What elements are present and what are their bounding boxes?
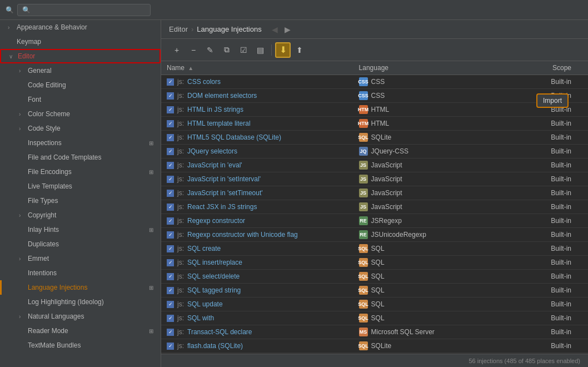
- sidebar-item-file-and-code-templates[interactable]: File and Code Templates: [0, 150, 161, 165]
- table-row[interactable]: js: SQL insert/replace SQL SQL Built-in: [161, 256, 588, 270]
- sidebar-item-natural-languages[interactable]: ›Natural Languages: [0, 309, 161, 324]
- sidebar-item-live-templates[interactable]: Live Templates: [0, 179, 161, 194]
- export-button[interactable]: ⬆: [292, 42, 307, 58]
- table-row[interactable]: js: SQL update SQL SQL Built-in: [161, 297, 588, 311]
- table-row[interactable]: js: HTML template literal HTM HTML Built…: [161, 117, 588, 131]
- table-row[interactable]: js: DOM element selectors CSS CSS Built-…: [161, 89, 588, 103]
- sidebar-label: Font: [28, 96, 155, 103]
- group-button[interactable]: ▤: [252, 42, 268, 58]
- breadcrumb-current: Language Injections: [197, 25, 261, 33]
- lang-icon: SQL: [359, 258, 368, 267]
- sidebar-item-emmet[interactable]: ›Emmet: [0, 251, 161, 266]
- edit-button[interactable]: ✎: [202, 42, 218, 58]
- import-button[interactable]: ⬇: [275, 42, 291, 58]
- copy-button[interactable]: ⧉: [219, 42, 235, 58]
- sidebar-item-textmate-bundles[interactable]: TextMate Bundles: [0, 338, 161, 353]
- cell-language: SQL SQL: [353, 311, 481, 325]
- lang-text: HTML: [371, 120, 390, 127]
- sidebar-label: File Types: [28, 197, 155, 205]
- sidebar-item-editor[interactable]: ∨Editor: [0, 49, 161, 63]
- arrow-icon: ›: [19, 314, 24, 320]
- sidebar-item-inspections[interactable]: Inspections⊞: [0, 136, 161, 150]
- name-prefix: js:: [177, 245, 184, 252]
- row-checkbox[interactable]: [167, 259, 174, 266]
- row-checkbox[interactable]: [167, 176, 174, 183]
- row-checkbox[interactable]: [167, 190, 174, 197]
- table-row[interactable]: js: CSS colors CSS CSS Built-in: [161, 75, 588, 89]
- sidebar-item-inlay-hints[interactable]: Inlay Hints⊞: [0, 222, 161, 237]
- table-row[interactable]: js: Transact-SQL declare MS Microsoft SQ…: [161, 325, 588, 339]
- sidebar-item-copyright[interactable]: ›Copyright: [0, 208, 161, 222]
- row-checkbox[interactable]: [167, 343, 174, 350]
- nav-back-button[interactable]: ◀: [270, 25, 280, 34]
- row-checkbox[interactable]: [167, 148, 174, 155]
- row-checkbox[interactable]: [167, 106, 174, 113]
- cell-name: python: "SQL select/delete/insert/update…: [161, 353, 353, 354]
- sidebar-item-code-editing[interactable]: Code Editing: [0, 78, 161, 92]
- sidebar-item-keymap[interactable]: Keymap: [0, 34, 161, 49]
- table-row[interactable]: js: JavaScript in 'eval' JS JavaScript B…: [161, 158, 588, 172]
- cell-name: js: SQL create: [161, 242, 353, 256]
- table-container: Name ▲ Language Scope js: CSS colors CSS…: [161, 61, 588, 354]
- sidebar-item-general[interactable]: ›General: [0, 63, 161, 78]
- row-checkbox[interactable]: [167, 217, 174, 225]
- row-checkbox[interactable]: [167, 134, 174, 141]
- table-row[interactable]: js: JavaScript in 'setInterval' JS JavaS…: [161, 172, 588, 186]
- name-text: DOM element selectors: [187, 92, 257, 100]
- row-checkbox[interactable]: [167, 245, 174, 252]
- cell-scope: Built-in: [481, 200, 588, 214]
- table-row[interactable]: js: React JSX in JS strings JS JavaScrip…: [161, 200, 588, 214]
- table-row[interactable]: js: SQL tagged string SQL SQL Built-in: [161, 284, 588, 297]
- arrow-icon: ›: [19, 111, 24, 117]
- table-row[interactable]: js: flash.data (SQLite) SQL SQLite Built…: [161, 339, 588, 353]
- sidebar-item-reader-mode[interactable]: Reader Mode⊞: [0, 324, 161, 338]
- sidebar-item-appearance---behavior[interactable]: ›Appearance & Behavior: [0, 20, 161, 34]
- table-row[interactable]: js: SQL with SQL SQL Built-in: [161, 311, 588, 325]
- remove-button[interactable]: −: [186, 42, 201, 58]
- row-checkbox[interactable]: [167, 287, 174, 294]
- sidebar-item-file-types[interactable]: File Types: [0, 194, 161, 208]
- table-row[interactable]: js: SQL create SQL SQL Built-in: [161, 242, 588, 256]
- cell-language: SQL SQL: [353, 284, 481, 297]
- nav-forward-button[interactable]: ▶: [282, 25, 293, 34]
- lang-text: SQL: [371, 259, 385, 266]
- row-checkbox[interactable]: [167, 273, 174, 280]
- enable-button[interactable]: ☑: [236, 42, 251, 58]
- search-input[interactable]: [17, 4, 151, 16]
- breadcrumb-parent[interactable]: Editor: [169, 25, 188, 33]
- lang-icon: SQL: [359, 341, 368, 350]
- table-row[interactable]: js: Regexp constructor RE JSRegexp Built…: [161, 214, 588, 228]
- row-checkbox[interactable]: [167, 120, 174, 127]
- row-checkbox[interactable]: [167, 162, 174, 169]
- sidebar-item-font[interactable]: Font: [0, 92, 161, 107]
- add-button[interactable]: +: [169, 42, 185, 58]
- cell-scope: Built-in: [481, 297, 588, 311]
- sidebar-item-intentions[interactable]: Intentions: [0, 266, 161, 280]
- sidebar-item-file-encodings[interactable]: File Encodings⊞: [0, 165, 161, 179]
- row-checkbox[interactable]: [167, 204, 174, 211]
- table-row[interactable]: js: HTML in JS strings HTM HTML Built-in: [161, 103, 588, 117]
- row-checkbox[interactable]: [167, 92, 174, 100]
- name-text: SQL select/delete: [187, 272, 240, 280]
- sidebar-item-color-scheme[interactable]: ›Color Scheme: [0, 107, 161, 121]
- sidebar-item-code-style[interactable]: ›Code Style: [0, 121, 161, 136]
- table-row[interactable]: js: SQL select/delete SQL SQL Built-in: [161, 270, 588, 284]
- table-row[interactable]: js: Regexp constructor with Unicode flag…: [161, 228, 588, 242]
- sidebar-item-language-injections[interactable]: Language Injections⊞: [0, 280, 161, 295]
- row-checkbox[interactable]: [167, 301, 174, 308]
- lang-text: SQL: [371, 245, 385, 252]
- table-row[interactable]: js: JavaScript in 'setTimeout' JS JavaSc…: [161, 186, 588, 200]
- lang-icon: CSS: [359, 91, 368, 100]
- sidebar-label: Log Highlighting (Ideolog): [28, 298, 155, 306]
- cell-language: MS Microsoft SQL Server: [353, 325, 481, 339]
- row-checkbox[interactable]: [167, 315, 174, 322]
- sidebar-item-log-highlighting--ideolog-[interactable]: Log Highlighting (Ideolog): [0, 295, 161, 309]
- arrow-icon: ›: [19, 212, 24, 219]
- table-row[interactable]: js: JQuery selectors JQ JQuery-CSS Built…: [161, 145, 588, 158]
- row-checkbox[interactable]: [167, 231, 174, 239]
- table-row[interactable]: python: "SQL select/delete/insert/update…: [161, 353, 588, 354]
- sidebar-item-duplicates[interactable]: Duplicates: [0, 237, 161, 251]
- row-checkbox[interactable]: [167, 329, 174, 336]
- row-checkbox[interactable]: [167, 78, 174, 86]
- table-row[interactable]: js: HTML5 SQL Database (SQLite) SQL SQLi…: [161, 131, 588, 145]
